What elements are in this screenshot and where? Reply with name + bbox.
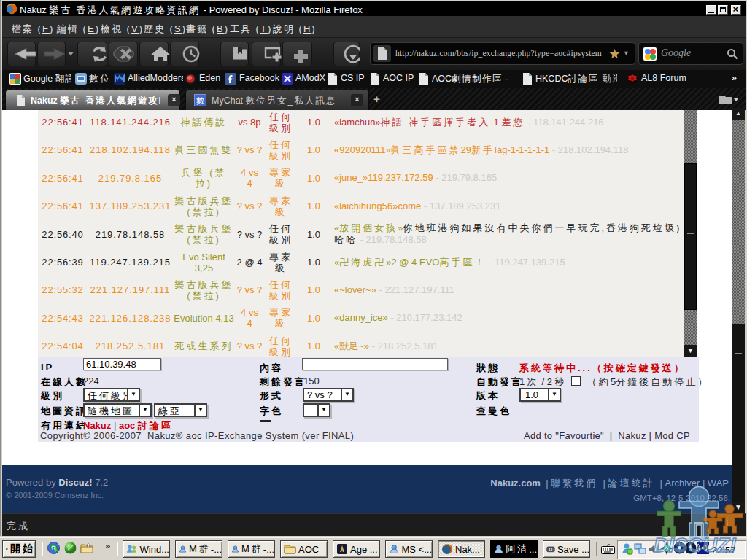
svg-text:DISCUZ!: DISCUZ! [654,534,737,556]
svg-text:R: R [52,545,55,551]
